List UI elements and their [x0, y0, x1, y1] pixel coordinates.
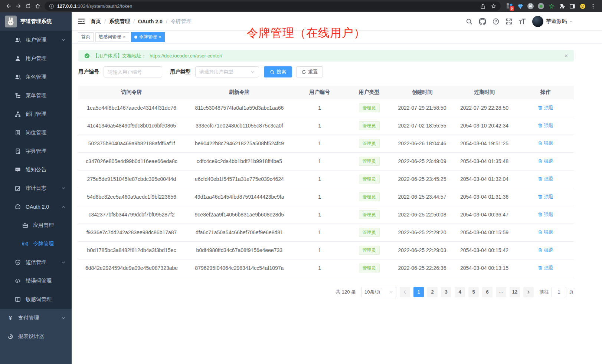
- sidebar-item-pay[interactable]: ¥ 支付管理: [0, 309, 72, 327]
- browser-menu-button[interactable]: [590, 3, 596, 9]
- page-button-1[interactable]: 1: [413, 287, 424, 297]
- force-logout-button[interactable]: 强退: [538, 176, 553, 182]
- oauth-robot-icon: [15, 204, 21, 210]
- breadcrumb-system[interactable]: 系统管理: [109, 18, 130, 25]
- close-icon[interactable]: ×: [159, 34, 162, 39]
- page-button-2[interactable]: 2: [427, 287, 438, 297]
- table-row: 41c41346a548490f9dc8b01c6bfe0865333ecfc7…: [78, 117, 574, 135]
- page-content: 【用户体系】文档地址： https://doc.iocoder.cn/user-…: [72, 43, 602, 297]
- browser-reload-button[interactable]: [23, 1, 33, 11]
- sidebar-submenu-section: 租户管理 用户管理 角色管理 菜单管理 部门管理 岗位管理: [0, 31, 72, 309]
- sidebar-item-oauth2[interactable]: OAuth 2.0: [0, 198, 72, 216]
- site-info-icon[interactable]: [49, 4, 54, 9]
- browser-home-button[interactable]: [33, 1, 42, 11]
- page-button-12[interactable]: 12: [510, 287, 520, 297]
- prev-page-button[interactable]: [400, 287, 410, 297]
- sidebar-item-error-code[interactable]: 错误码管理: [0, 272, 72, 290]
- side-panel-button[interactable]: [569, 3, 575, 9]
- force-logout-button[interactable]: 强退: [538, 122, 553, 129]
- font-size-icon[interactable]: [518, 18, 526, 25]
- sidebar-item-dict[interactable]: 字典管理: [0, 142, 72, 161]
- tenant-icon: [15, 37, 21, 43]
- command-extension-icon[interactable]: ⌘: [527, 3, 534, 9]
- app-title: 芋道管理系统: [20, 18, 52, 25]
- reset-button[interactable]: 重置: [296, 66, 323, 77]
- recorder-extension-icon[interactable]: [538, 3, 544, 9]
- page-button-4[interactable]: 4: [455, 287, 465, 297]
- green-star-icon: [549, 3, 554, 9]
- share-icon[interactable]: [480, 4, 485, 9]
- user-menu[interactable]: 芋道源码: [532, 16, 573, 27]
- gem-extension-icon[interactable]: [517, 3, 523, 9]
- browser-forward-button[interactable]: [13, 1, 23, 11]
- force-logout-button[interactable]: 强退: [538, 265, 553, 271]
- next-page-button[interactable]: [523, 287, 534, 297]
- sidebar-item-dept[interactable]: 部门管理: [0, 105, 72, 123]
- user-type-tag: 管理员: [359, 139, 380, 148]
- tab-token-active[interactable]: 令牌管理×: [131, 32, 165, 42]
- sidebar-item-user[interactable]: 用户管理: [0, 49, 72, 68]
- sidebar-item-token[interactable]: 令牌管理: [0, 235, 72, 253]
- pagination-total: 共 120 条: [336, 289, 356, 295]
- extension-badge: 9: [510, 6, 514, 11]
- sidebar-item-report-designer[interactable]: 报表设计器: [0, 327, 72, 346]
- user-type-select[interactable]: 请选择用户类型: [195, 66, 259, 77]
- role-icon: [15, 74, 21, 80]
- table-row: c347026e805e4d99b0d116eae66eda8ccdfc4ce9…: [78, 152, 574, 170]
- force-logout-button[interactable]: 强退: [538, 211, 553, 218]
- star-extension-icon[interactable]: [548, 3, 554, 9]
- user-type-tag: 管理员: [359, 228, 380, 237]
- app-logo-row[interactable]: 芋道管理系统: [0, 12, 72, 31]
- address-bar[interactable]: 127.0.0.1:1024/system/oauth2/token: [45, 1, 501, 11]
- help-icon[interactable]: [493, 18, 499, 25]
- github-icon[interactable]: [479, 18, 486, 25]
- bookmark-star-icon[interactable]: [491, 4, 496, 9]
- header-search-icon[interactable]: [466, 18, 472, 25]
- force-logout-button[interactable]: 强退: [538, 229, 553, 236]
- force-logout-button[interactable]: 强退: [538, 193, 553, 200]
- tab-home[interactable]: 首页: [78, 32, 94, 42]
- goto-page-input[interactable]: [552, 287, 566, 297]
- sidebar-item-sms[interactable]: 短信管理: [0, 253, 72, 272]
- breadcrumb-oauth2[interactable]: OAuth 2.0: [138, 19, 163, 24]
- extensions-puzzle-button[interactable]: [559, 3, 565, 9]
- chevron-down-icon: [389, 290, 393, 294]
- user-type-tag: 管理员: [359, 210, 380, 219]
- profile-avatar-button[interactable]: [579, 3, 586, 9]
- page-button-3[interactable]: 3: [441, 287, 451, 297]
- page-size-select[interactable]: 10条/页: [361, 287, 396, 297]
- user-type-label: 用户类型: [170, 69, 191, 75]
- force-logout-button[interactable]: 强退: [538, 158, 553, 165]
- sidebar-item-audit-log[interactable]: 审计日志: [0, 179, 72, 198]
- sidebar-item-oauth-app[interactable]: 应用管理: [0, 216, 72, 235]
- breadcrumb: 首页 / 系统管理 / OAuth 2.0 / 令牌管理: [91, 18, 192, 25]
- sidebar-item-menu[interactable]: 菜单管理: [0, 86, 72, 105]
- sidebar-item-post[interactable]: 岗位管理: [0, 123, 72, 142]
- sidebar-item-sensitive-word[interactable]: 敏感词管理: [0, 290, 72, 309]
- page-button-6[interactable]: 6: [482, 287, 493, 297]
- breadcrumb-home[interactable]: 首页: [91, 18, 101, 25]
- browser-back-button[interactable]: [4, 1, 13, 11]
- page-ellipsis[interactable]: ···: [496, 287, 506, 297]
- page-button-5[interactable]: 5: [468, 287, 479, 297]
- close-icon[interactable]: ×: [123, 34, 126, 39]
- user-type-tag: 管理员: [359, 246, 380, 255]
- table-row: f9336e7c7dd242a283ee98dc86b17a87dfa6c71a…: [78, 224, 574, 241]
- translate-extension-icon[interactable]: 9: [507, 3, 513, 9]
- doc-link[interactable]: https://doc.iocoder.cn/user-center/: [150, 53, 222, 59]
- fullscreen-icon[interactable]: [506, 18, 512, 25]
- user-id-input[interactable]: [104, 66, 162, 77]
- force-logout-button[interactable]: 强退: [538, 105, 553, 111]
- sidebar-collapse-button[interactable]: [78, 18, 85, 25]
- table-row: 54d6be82ee5a460a9aedc1f9bf22365649d1aa46…: [78, 188, 574, 206]
- sidebar-item-role[interactable]: 角色管理: [0, 68, 72, 86]
- force-logout-button[interactable]: 强退: [538, 140, 553, 147]
- username: 芋道源码: [546, 18, 567, 25]
- search-button[interactable]: 搜索: [264, 66, 292, 77]
- sidebar-item-tenant[interactable]: 租户管理: [0, 31, 72, 49]
- dictionary-icon: [15, 148, 21, 154]
- alert-close-icon[interactable]: ×: [565, 53, 568, 59]
- tab-sensitive-word[interactable]: 敏感词管理×: [95, 32, 129, 42]
- force-logout-button[interactable]: 强退: [538, 247, 553, 254]
- sidebar-item-notice[interactable]: 通知公告: [0, 161, 72, 179]
